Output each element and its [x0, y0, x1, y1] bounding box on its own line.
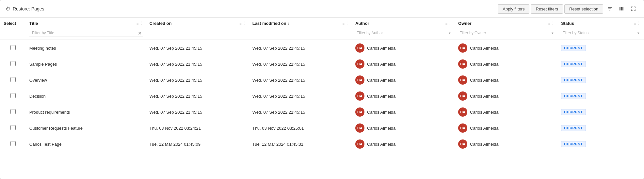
row-checkbox-4[interactable] [10, 109, 16, 114]
row-created-6: Tue, 12 Mar 2024 01:45:09 [146, 136, 249, 152]
filter-owner-select[interactable]: Filter by Owner [459, 31, 551, 35]
author-avatar-6: CA [355, 139, 364, 149]
svg-rect-4 [621, 7, 622, 10]
row-checkbox-cell-4 [0, 104, 26, 120]
reset-filters-button[interactable]: Reset filters [531, 4, 563, 14]
modified-col-menu-icon[interactable]: ⋮ [345, 21, 349, 25]
row-checkbox-2[interactable] [10, 77, 16, 82]
col-header-created: Created on ≡ ⋮ [146, 18, 249, 28]
fullscreen-icon-button[interactable] [628, 4, 638, 14]
col-header-title: Title ≡ ⋮ [26, 18, 146, 28]
owner-avatar-4: CA [458, 107, 467, 117]
row-created-4: Wed, 07 Sep 2022 21:45:15 [146, 104, 249, 120]
row-checkbox-0[interactable] [10, 45, 16, 50]
row-title-6: Carlos Test Page [26, 136, 146, 152]
columns-icon-button[interactable] [616, 4, 627, 14]
row-modified-4: Wed, 07 Sep 2022 21:45:15 [249, 104, 352, 120]
row-owner-6: CA Carlos Almeida [455, 136, 558, 152]
col-label-title: Title [29, 21, 38, 26]
row-modified-3: Wed, 07 Sep 2022 21:45:15 [249, 88, 352, 104]
row-author-3: CA Carlos Almeida [352, 88, 455, 104]
col-header-owner: Owner ≡ ⋮ [455, 18, 558, 28]
column-headers-row: Select Title ≡ ⋮ Created on [0, 18, 644, 28]
row-status-4: CURRENT [558, 104, 644, 120]
created-col-sort-icon[interactable]: ≡ [239, 22, 241, 25]
svg-rect-5 [622, 7, 623, 10]
table-container: Select Title ≡ ⋮ Created on [0, 18, 644, 152]
col-header-modified: Last modified on ↓ ≡ ⋮ [249, 18, 352, 28]
row-checkbox-3[interactable] [10, 93, 16, 98]
filter-author-chevron-icon: ▾ [449, 31, 450, 35]
author-name-1: Carlos Almeida [367, 62, 395, 67]
header-actions: Apply filters Reset filters Reset select… [498, 4, 638, 14]
table-row: Sample Pages Wed, 07 Sep 2022 21:45:15 W… [0, 56, 644, 72]
author-name-4: Carlos Almeida [367, 110, 395, 115]
filter-select-cell [0, 28, 26, 40]
filter-icon-button[interactable] [604, 4, 615, 14]
filter-title-clear-icon[interactable]: ✕ [138, 31, 142, 36]
row-checkbox-cell-5 [0, 120, 26, 136]
filter-owner-cell: Filter by Owner ▾ [455, 28, 558, 40]
filter-author-select[interactable]: Filter by Author [357, 31, 448, 35]
author-avatar-3: CA [355, 91, 364, 101]
row-owner-5: CA Carlos Almeida [455, 120, 558, 136]
apply-filters-button[interactable]: Apply filters [498, 4, 529, 14]
owner-avatar-3: CA [458, 91, 467, 101]
filter-title-cell: ✕ [26, 28, 146, 40]
status-col-menu-icon[interactable]: ⋮ [637, 21, 640, 25]
owner-name-1: Carlos Almeida [470, 62, 498, 67]
row-owner-4: CA Carlos Almeida [455, 104, 558, 120]
row-author-4: CA Carlos Almeida [352, 104, 455, 120]
status-col-sort-icon[interactable]: ≡ [634, 22, 636, 25]
row-checkbox-6[interactable] [10, 141, 16, 146]
row-owner-1: CA Carlos Almeida [455, 56, 558, 72]
col-header-select: Select [0, 18, 26, 28]
col-label-created: Created on [150, 21, 172, 26]
owner-col-menu-icon[interactable]: ⋮ [551, 21, 555, 25]
author-avatar-0: CA [355, 43, 364, 53]
modified-sort-desc-icon[interactable]: ↓ [288, 21, 290, 26]
row-owner-2: CA Carlos Almeida [455, 72, 558, 88]
row-title-4: Product requirements [26, 104, 146, 120]
table-row: Meeting notes Wed, 07 Sep 2022 21:45:15 … [0, 40, 644, 56]
row-created-3: Wed, 07 Sep 2022 21:45:15 [146, 88, 249, 104]
row-title-3: Decision [26, 88, 146, 104]
filter-title-input[interactable] [29, 29, 143, 37]
filter-owner-chevron-icon: ▾ [552, 31, 553, 35]
row-status-6: CURRENT [558, 136, 644, 152]
owner-col-sort-icon[interactable]: ≡ [548, 22, 550, 25]
table-row: Overview Wed, 07 Sep 2022 21:45:15 Wed, … [0, 72, 644, 88]
author-avatar-2: CA [355, 75, 364, 85]
reset-selection-button[interactable]: Reset selection [564, 4, 603, 14]
created-col-menu-icon[interactable]: ⋮ [242, 21, 246, 25]
row-author-0: CA Carlos Almeida [352, 40, 455, 56]
row-checkbox-cell-6 [0, 136, 26, 152]
table-row: Carlos Test Page Tue, 12 Mar 2024 01:45:… [0, 136, 644, 152]
page-title-text: Restore: Pages [13, 6, 44, 11]
title-col-sort-icon[interactable]: ≡ [137, 22, 138, 25]
owner-name-2: Carlos Almeida [470, 78, 498, 83]
filter-icon [607, 6, 612, 11]
row-modified-1: Wed, 07 Sep 2022 21:45:15 [249, 56, 352, 72]
title-col-menu-icon[interactable]: ⋮ [139, 21, 143, 25]
filter-status-chevron-icon: ▾ [637, 31, 639, 35]
author-avatar-1: CA [355, 59, 364, 69]
row-checkbox-5[interactable] [10, 125, 16, 130]
row-author-6: CA Carlos Almeida [352, 136, 455, 152]
author-col-menu-icon[interactable]: ⋮ [448, 21, 452, 25]
restore-table: Select Title ≡ ⋮ Created on [0, 18, 644, 152]
col-label-author: Author [355, 21, 369, 26]
modified-col-sort-icon[interactable]: ≡ [342, 22, 344, 25]
filter-status-select[interactable]: Filter by Status [562, 31, 637, 35]
table-row: Product requirements Wed, 07 Sep 2022 21… [0, 104, 644, 120]
row-checkbox-1[interactable] [10, 61, 16, 66]
row-modified-0: Wed, 07 Sep 2022 21:45:15 [249, 40, 352, 56]
status-badge-5: CURRENT [561, 125, 586, 131]
page-wrapper: ⏱ Restore: Pages Apply filters Reset fil… [0, 0, 644, 179]
row-created-2: Wed, 07 Sep 2022 21:45:15 [146, 72, 249, 88]
row-author-2: CA Carlos Almeida [352, 72, 455, 88]
author-col-sort-icon[interactable]: ≡ [445, 22, 447, 25]
row-checkbox-cell-2 [0, 72, 26, 88]
filter-author-cell: Filter by Author ▾ [352, 28, 455, 40]
filter-status-cell: Filter by Status ▾ [558, 28, 644, 40]
